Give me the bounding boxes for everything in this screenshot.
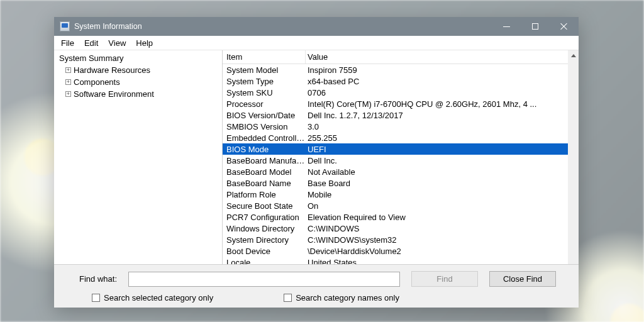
tree-item-label: Components [74, 77, 120, 87]
table-row[interactable]: LocaleUnited States [223, 257, 579, 264]
column-header-value[interactable]: Value [306, 50, 579, 64]
cell-value: C:\WINDOWS\system32 [306, 235, 579, 245]
table-row[interactable]: System SKU0706 [223, 87, 579, 98]
checkbox-icon [92, 294, 100, 302]
menu-file[interactable]: File [57, 37, 79, 49]
cell-item: Secure Boot State [223, 201, 306, 211]
table-row[interactable]: BIOS Version/DateDell Inc. 1.2.7, 12/13/… [223, 109, 579, 121]
system-information-window: System Information File Edit View Help S… [54, 17, 579, 308]
cell-value: UEFI [306, 145, 579, 154]
column-header-item[interactable]: Item [223, 50, 306, 64]
minimize-icon [503, 26, 510, 27]
table-row[interactable]: Boot Device\Device\HarddiskVolume2 [223, 245, 579, 257]
table-row[interactable]: PCR7 ConfigurationElevation Required to … [223, 211, 579, 223]
tree-item[interactable]: +Hardware Resources [54, 64, 222, 76]
table-row[interactable]: BaseBoard NameBase Board [223, 177, 579, 189]
cell-value: United States [306, 258, 579, 265]
minimize-button[interactable] [492, 17, 521, 36]
checkbox-icon [284, 294, 292, 302]
maximize-icon [532, 23, 538, 30]
scroll-up-icon [571, 54, 576, 57]
table-row[interactable]: Windows DirectoryC:\WINDOWS [223, 223, 579, 234]
cell-value: \Device\HarddiskVolume2 [306, 247, 579, 256]
check-label: Search category names only [296, 293, 399, 303]
check-label: Search selected category only [104, 293, 213, 303]
cell-value: Elevation Required to View [306, 213, 579, 222]
find-panel: Find what: Find Close Find Search select… [54, 265, 579, 308]
expand-icon[interactable]: + [65, 67, 71, 73]
cell-item: Platform Role [223, 190, 306, 199]
close-find-button[interactable]: Close Find [489, 271, 556, 287]
cell-value: Mobile [306, 190, 579, 199]
table-row[interactable]: ProcessorIntel(R) Core(TM) i7-6700HQ CPU… [223, 98, 579, 109]
cell-value: Intel(R) Core(TM) i7-6700HQ CPU @ 2.60GH… [306, 99, 579, 109]
maximize-button[interactable] [521, 17, 550, 36]
cell-value: 0706 [306, 88, 579, 97]
details-list: Item Value System ModelInspiron 7559Syst… [223, 50, 579, 264]
cell-value: Not Available [306, 167, 579, 177]
close-button[interactable] [550, 17, 579, 36]
cell-item: BaseBoard Name [223, 179, 306, 188]
find-button[interactable]: Find [411, 271, 478, 287]
list-header: Item Value [223, 50, 579, 64]
cell-value: x64-based PC [306, 77, 579, 86]
category-tree: System Summary +Hardware Resources+Compo… [54, 50, 223, 264]
close-icon [560, 23, 568, 30]
expand-icon[interactable]: + [65, 91, 71, 97]
cell-item: Boot Device [223, 247, 306, 256]
find-label: Find what: [72, 274, 117, 284]
menu-edit[interactable]: Edit [80, 37, 103, 49]
cell-item: Locale [223, 258, 306, 265]
cell-value: Dell Inc. 1.2.7, 12/13/2017 [306, 111, 579, 120]
cell-value: Dell Inc. [306, 156, 579, 165]
content-area: System Summary +Hardware Resources+Compo… [54, 50, 579, 265]
cell-item: PCR7 Configuration [223, 213, 306, 222]
cell-value: C:\WINDOWS [306, 224, 579, 233]
table-row[interactable]: System DirectoryC:\WINDOWS\system32 [223, 234, 579, 245]
table-row[interactable]: Secure Boot StateOn [223, 200, 579, 211]
menu-help[interactable]: Help [131, 37, 157, 49]
expand-icon[interactable]: + [65, 79, 71, 85]
tree-root[interactable]: System Summary [54, 52, 222, 64]
cell-item: BIOS Version/Date [223, 111, 306, 120]
vertical-scrollbar[interactable] [568, 50, 579, 264]
table-row[interactable]: Platform RoleMobile [223, 189, 579, 200]
cell-item: Processor [223, 99, 306, 109]
cell-item: BaseBoard Manufacturer [223, 156, 306, 165]
cell-value: 3.0 [306, 122, 579, 131]
tree-item[interactable]: +Software Environment [54, 88, 222, 100]
table-row[interactable]: BIOS ModeUEFI [223, 143, 579, 155]
search-names-only-check[interactable]: Search category names only [284, 293, 399, 303]
table-row[interactable]: BaseBoard ManufacturerDell Inc. [223, 155, 579, 166]
cell-item: BaseBoard Model [223, 167, 306, 177]
cell-item: System Type [223, 77, 306, 86]
cell-item: System Model [223, 65, 306, 75]
title-bar[interactable]: System Information [54, 17, 579, 36]
search-selected-only-check[interactable]: Search selected category only [92, 293, 213, 303]
cell-item: BIOS Mode [223, 145, 306, 154]
tree-item-label: Software Environment [74, 89, 154, 99]
cell-item: System SKU [223, 88, 306, 97]
cell-value: On [306, 201, 579, 211]
cell-value: Base Board [306, 179, 579, 188]
cell-value: 255.255 [306, 133, 579, 143]
table-row[interactable]: Embedded Controller V...255.255 [223, 132, 579, 143]
cell-item: SMBIOS Version [223, 122, 306, 131]
menu-view[interactable]: View [104, 37, 130, 49]
find-input[interactable] [128, 272, 400, 287]
tree-item-label: Hardware Resources [74, 65, 150, 75]
menu-bar: File Edit View Help [54, 36, 579, 50]
app-icon [60, 21, 70, 31]
table-row[interactable]: SMBIOS Version3.0 [223, 121, 579, 132]
rows-container: System ModelInspiron 7559System Typex64-… [223, 64, 579, 264]
cell-item: Windows Directory [223, 224, 306, 233]
cell-item: Embedded Controller V... [223, 133, 306, 143]
table-row[interactable]: System ModelInspiron 7559 [223, 64, 579, 75]
cell-value: Inspiron 7559 [306, 65, 579, 75]
tree-item[interactable]: +Components [54, 76, 222, 88]
table-row[interactable]: System Typex64-based PC [223, 75, 579, 87]
cell-item: System Directory [223, 235, 306, 245]
window-title: System Information [74, 22, 142, 31]
table-row[interactable]: BaseBoard ModelNot Available [223, 166, 579, 177]
